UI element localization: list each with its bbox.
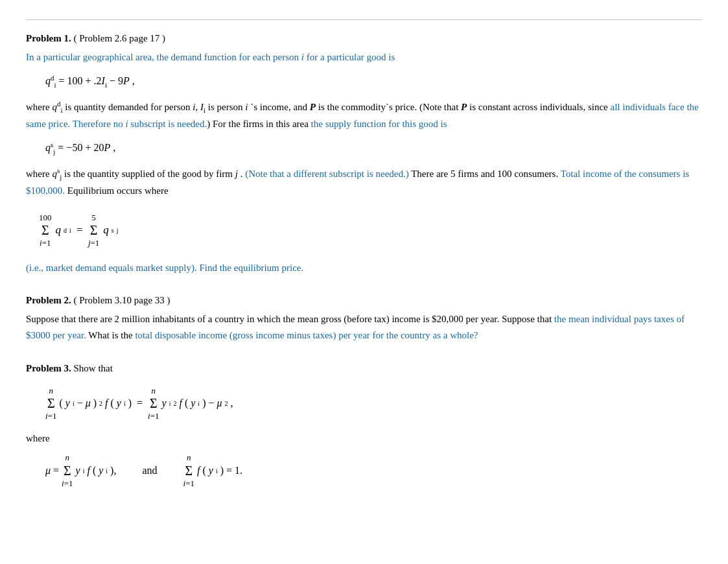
problem-1-desc2: where qsj is the quantity supplied of th… <box>26 165 702 199</box>
top-rule <box>26 19 702 20</box>
problem-2-title: Problem 2. ( Problem 3.10 page 33 ) <box>26 295 702 306</box>
problem-3-where: where <box>26 430 702 447</box>
problem-3-label: Problem 3. <box>26 363 71 373</box>
problem-1-title: Problem 1. ( Problem 2.6 page 17 ) <box>26 33 702 44</box>
problem-2-label: Problem 2. <box>26 295 71 305</box>
demand-formula: qdi = 100 + .2Ii − 9P , <box>45 74 702 89</box>
problem-1-desc1: where qdi is quantity demanded for perso… <box>26 98 702 132</box>
problem-2-body: Suppose that there are 2 million inhabit… <box>26 311 702 344</box>
and-label: and <box>142 465 157 476</box>
supply-formula: qsj = −50 + 20P , <box>45 141 702 156</box>
problem-3-title: Problem 3. Show that <box>26 363 702 374</box>
problem-2-subtitle: ( Problem 3.10 page 33 ) <box>73 295 170 305</box>
equilibrium-formula: 100 Σ i=1 qdi = 5 Σ j=1 qsj <box>39 211 702 248</box>
problem-1-label: Problem 1. <box>26 33 71 43</box>
variance-formula: n Σ i=1 (yi − μ)2 f(yi) = n Σ i=1 yi2 f(… <box>45 384 702 421</box>
mu-formula: μ = n Σ i=1 yi f(yi), and n Σ i=1 f(yi) … <box>45 452 702 488</box>
problem-3-block: Problem 3. Show that n Σ i=1 (yi − μ)2 f… <box>26 363 702 489</box>
problem-3-subtitle: Show that <box>73 363 112 373</box>
problem-1-subtitle: ( Problem 2.6 page 17 ) <box>73 33 165 43</box>
problem-2-block: Problem 2. ( Problem 3.10 page 33 ) Supp… <box>26 295 702 344</box>
problem-1-block: Problem 1. ( Problem 2.6 page 17 ) In a … <box>26 33 702 276</box>
problem-1-intro: In a particular geographical area, the d… <box>26 49 702 65</box>
problem-1-conclusion: (i.e., market demand equals market suppl… <box>26 260 702 276</box>
